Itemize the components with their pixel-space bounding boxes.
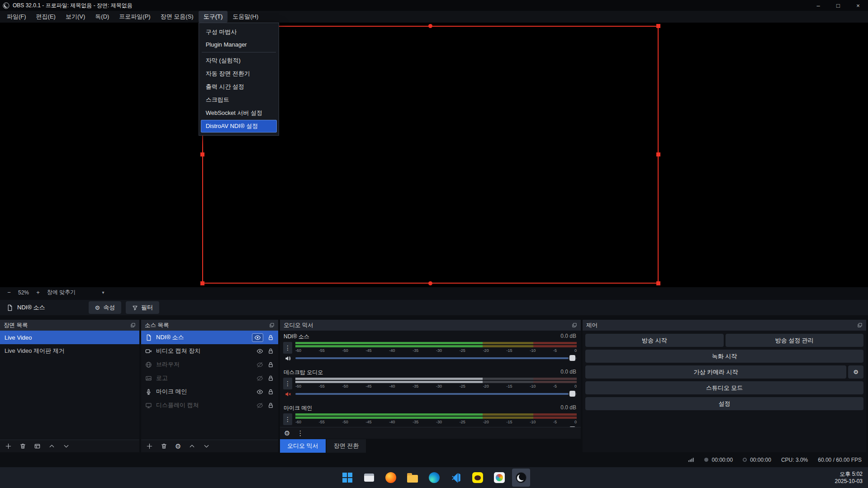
menu-file[interactable]: 파일(F) [2, 11, 31, 23]
mixer-settings-icon[interactable]: ⚙ [284, 430, 290, 436]
mute-toggle[interactable] [283, 389, 292, 398]
zoom-in-button[interactable]: + [34, 289, 42, 296]
popout-icon[interactable] [857, 322, 863, 328]
manage-broadcast-button[interactable]: 방송 설정 관리 [726, 334, 864, 347]
taskbar-app-window[interactable] [360, 469, 378, 487]
source-item-video-capture[interactable]: 비디오 캡쳐 장치 [141, 344, 278, 358]
mixer-menu-icon[interactable]: ⋮ [297, 430, 304, 436]
remove-scene-icon[interactable] [19, 443, 26, 450]
scene-item-live-video-control-remove[interactable]: Live Video 제어판 제거 [0, 344, 139, 358]
close-button[interactable]: × [848, 0, 868, 11]
menu-scene-collection[interactable]: 장면 모음(S) [156, 11, 199, 23]
remove-source-icon[interactable] [161, 443, 167, 450]
volume-slider[interactable] [295, 389, 577, 398]
taskbar-file-explorer[interactable] [403, 469, 422, 487]
visibility-toggle[interactable] [256, 375, 263, 382]
selection-handle-bottom-center[interactable] [428, 281, 432, 285]
menu-tools[interactable]: 도구(T) 구성 마법사 Plugin Manager 자막 (실험적) 자동 … [199, 11, 228, 23]
virtual-camera-settings-button[interactable]: ⚙ [848, 365, 863, 379]
add-source-icon[interactable] [146, 443, 153, 450]
source-item-logo[interactable]: 로고 [141, 371, 278, 385]
source-item-browser[interactable]: 브라우저 [141, 358, 278, 371]
selection-handle-bottom-right[interactable] [656, 281, 660, 285]
studio-mode-button[interactable]: 스튜디오 모드 [585, 381, 863, 394]
start-virtual-camera-button[interactable]: 가상 카메라 시작 [585, 365, 846, 379]
settings-button[interactable]: 설정 [585, 397, 863, 410]
visibility-toggle[interactable] [256, 402, 263, 409]
source-properties-icon[interactable]: ⚙ [175, 443, 181, 450]
lock-toggle[interactable] [267, 402, 274, 409]
menu-item-websocket-server-settings[interactable]: WebSocket 서버 설정 [201, 107, 277, 119]
menu-help[interactable]: 도움말(H) [228, 11, 263, 23]
lock-toggle[interactable] [267, 361, 274, 368]
lock-toggle[interactable] [267, 389, 274, 395]
volume-slider[interactable] [295, 425, 577, 427]
lock-toggle[interactable] [267, 348, 274, 355]
menu-item-captions-experimental[interactable]: 자막 (실험적) [201, 54, 277, 67]
popout-icon[interactable] [572, 322, 577, 328]
taskbar-kakaotalk[interactable] [469, 469, 487, 487]
menu-item-output-timer[interactable]: 출력 시간 설정 [201, 81, 277, 93]
scene-item-live-video[interactable]: Live Video [0, 331, 139, 344]
source-item-mic-main[interactable]: 마이크 메인 [141, 385, 278, 398]
popout-icon[interactable] [269, 322, 275, 328]
maximize-button[interactable]: □ [828, 0, 848, 11]
slider-thumb[interactable] [569, 426, 575, 427]
menu-view[interactable]: 보기(V) [61, 11, 90, 23]
minimize-button[interactable]: – [808, 0, 828, 11]
selection-handle-top-right[interactable] [656, 24, 660, 28]
visibility-toggle[interactable] [256, 348, 263, 355]
mute-toggle[interactable] [283, 354, 292, 363]
lock-toggle[interactable] [267, 334, 274, 341]
taskbar-vscode[interactable] [447, 469, 465, 487]
volume-slider[interactable] [295, 354, 577, 363]
menu-item-auto-scene-switcher[interactable]: 자동 장면 전환기 [201, 67, 277, 80]
filters-button[interactable]: 필터 [126, 301, 159, 314]
move-source-down-icon[interactable] [203, 443, 210, 450]
lock-toggle[interactable] [267, 375, 274, 382]
source-item-display-capture[interactable]: 디스플레이 캡쳐 [141, 398, 278, 412]
move-source-up-icon[interactable] [189, 443, 195, 450]
popout-icon[interactable] [130, 322, 136, 328]
slider-thumb[interactable] [569, 355, 575, 361]
channel-menu-button[interactable]: ⋮ [283, 342, 292, 354]
move-scene-up-icon[interactable] [48, 443, 55, 450]
add-scene-icon[interactable] [5, 443, 12, 450]
taskbar-edge[interactable] [425, 469, 443, 487]
tick-label: -50 [342, 348, 348, 353]
zoom-out-button[interactable]: − [5, 289, 13, 296]
start-streaming-button[interactable]: 방송 시작 [585, 334, 724, 347]
taskbar-firefox[interactable] [382, 469, 400, 487]
menu-edit[interactable]: 편집(E) [31, 11, 61, 23]
channel-menu-button[interactable]: ⋮ [283, 378, 292, 389]
menu-item-scripts[interactable]: 스크립트 [201, 94, 277, 106]
visibility-toggle[interactable] [256, 361, 263, 368]
fit-to-window-label[interactable]: 창에 맞추기 [47, 289, 76, 296]
visibility-toggle[interactable] [252, 333, 263, 342]
taskbar-obs-active[interactable] [512, 469, 530, 487]
preview-canvas[interactable] [0, 23, 868, 287]
taskbar-clock[interactable]: 오후 5:02 2025-10-03 [835, 467, 863, 488]
selection-handle-top-center[interactable] [428, 24, 432, 28]
start-recording-button[interactable]: 녹화 시작 [585, 350, 863, 363]
scene-filters-icon[interactable] [34, 443, 41, 450]
zoom-dropdown-caret-icon[interactable]: ▾ [102, 290, 104, 295]
source-item-ndi[interactable]: NDI® 소스 [141, 331, 278, 344]
windows-start-button[interactable] [338, 469, 356, 487]
selection-handle-bottom-left[interactable] [200, 281, 204, 285]
selection-handle-mid-right[interactable] [656, 152, 660, 156]
tab-scene-transitions[interactable]: 장면 전환 [327, 439, 366, 453]
channel-menu-button[interactable]: ⋮ [283, 413, 292, 425]
menu-item-distroav-ndi-settings[interactable]: DistroAV NDI® 설정 [201, 120, 277, 133]
menu-item-plugin-manager[interactable]: Plugin Manager [201, 39, 277, 50]
visibility-toggle[interactable] [256, 389, 263, 395]
selection-handle-mid-left[interactable] [200, 152, 204, 156]
tab-audio-mixer[interactable]: 오디오 믹서 [280, 439, 326, 453]
slider-thumb[interactable] [569, 391, 575, 397]
taskbar-photos[interactable] [490, 469, 508, 487]
menu-item-auto-config-wizard[interactable]: 구성 마법사 [201, 26, 277, 38]
menu-profile[interactable]: 프로파일(P) [114, 11, 155, 23]
move-scene-down-icon[interactable] [63, 443, 70, 450]
menu-docks[interactable]: 독(D) [90, 11, 114, 23]
properties-button[interactable]: ⚙ 속성 [89, 301, 122, 314]
